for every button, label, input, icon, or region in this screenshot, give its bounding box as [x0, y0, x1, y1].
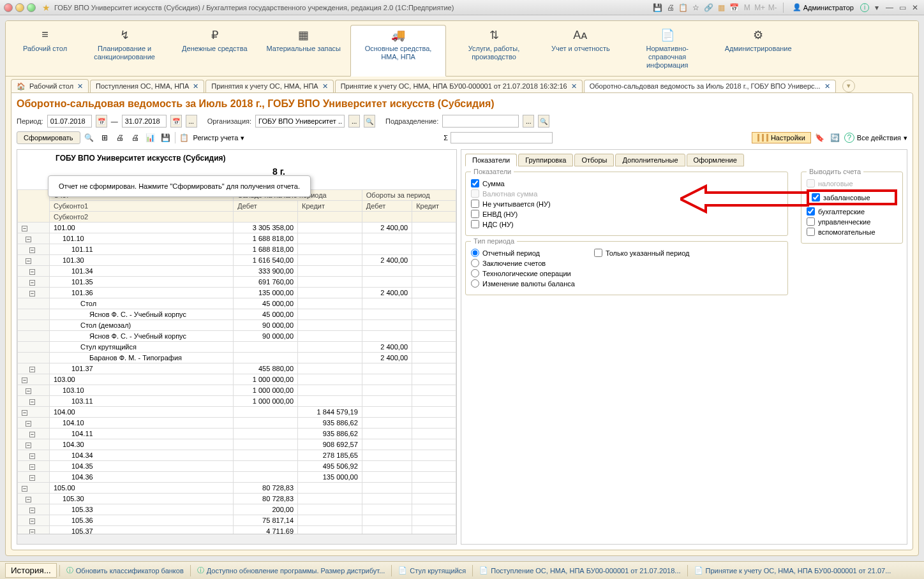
user-indicator[interactable]: 👤 Администратор — [789, 3, 858, 11]
m-minus-button[interactable]: M- — [768, 3, 778, 13]
search-icon[interactable]: 🔍 — [364, 115, 375, 128]
search-icon[interactable]: 🔍 — [538, 115, 549, 128]
table-row[interactable]: −103.101 000 000,00 — [18, 385, 456, 396]
table-row[interactable]: −101.34333 900,00 — [18, 266, 456, 277]
period-to-input[interactable] — [122, 115, 167, 128]
registry-label[interactable]: Регистр учета — [193, 134, 239, 142]
nav-admin[interactable]: ⚙Администрирование — [715, 25, 801, 76]
sb-update[interactable]: ⓘДоступно обновление программы. Размер д… — [193, 564, 389, 576]
nav-materials[interactable]: ▦Материальные запасы — [257, 25, 351, 76]
chk-nds[interactable] — [471, 220, 479, 228]
minimize-icon[interactable]: — — [884, 3, 895, 13]
table-row[interactable]: Стол (демозал)90 000,00 — [18, 320, 456, 331]
calendar-icon[interactable]: 📅 — [729, 3, 740, 13]
generate-button[interactable]: Сформировать — [17, 131, 80, 144]
table-row[interactable]: −105.3080 728,83 — [18, 494, 456, 504]
table-row[interactable]: −101.36135 000,002 400,00 — [18, 288, 456, 298]
print2-icon[interactable]: 🖨 — [129, 131, 142, 144]
table-row[interactable]: −104.35495 506,92 — [18, 461, 456, 472]
chk-sum[interactable] — [471, 179, 479, 187]
nav-money[interactable]: ₽Денежные средства — [172, 25, 257, 76]
tab-desktop[interactable]: 🏠Рабочий стол✕ — [11, 79, 89, 92]
table-row[interactable]: −101.37455 880,00 — [18, 363, 456, 374]
m-plus-button[interactable]: M+ — [755, 3, 765, 13]
table-row[interactable]: −104.10935 886,62 — [18, 418, 456, 429]
table-row[interactable]: −105.0080 728,83 — [18, 483, 456, 494]
chk-auxiliary[interactable] — [807, 228, 815, 236]
calendar-icon[interactable]: 📅 — [170, 115, 182, 128]
win-min-icon[interactable] — [15, 3, 24, 12]
tab-menu-icon[interactable]: ▾ — [842, 80, 855, 92]
radio-close[interactable] — [471, 259, 479, 267]
period-from-input[interactable] — [47, 115, 92, 128]
horizontal-scrollbar[interactable] — [17, 534, 456, 544]
table-row[interactable]: −103.111 000 000,00 — [18, 396, 456, 407]
calendar-icon[interactable]: 📅 — [96, 115, 107, 128]
chk-only-period[interactable] — [594, 249, 602, 257]
table-row[interactable]: −105.33200,00 — [18, 504, 456, 515]
tab-close-icon[interactable]: ✕ — [322, 82, 328, 91]
tab-close-icon[interactable]: ✕ — [824, 82, 830, 91]
copy-icon[interactable]: 📋 — [678, 3, 689, 13]
all-actions-button[interactable]: Все действия — [857, 134, 901, 142]
favorite-icon[interactable]: ★ — [42, 3, 50, 13]
m-button[interactable]: M — [742, 3, 752, 13]
help-icon[interactable]: ? — [844, 133, 854, 143]
table-row[interactable]: −104.36135 000,00 — [18, 472, 456, 483]
tab-acceptance-doc[interactable]: Принятие к учету ОС, НМА, НПА БУ00-00000… — [335, 80, 583, 92]
table-row[interactable]: −104.11935 886,62 — [18, 429, 456, 439]
chk-accounting[interactable] — [807, 207, 815, 216]
table-row[interactable]: Яснов Ф. С. - Учебный корпус45 000,00 — [18, 309, 456, 320]
period-picker-button[interactable]: ... — [186, 115, 197, 128]
tab-close-icon[interactable]: ✕ — [193, 82, 198, 91]
find-icon[interactable]: 🔍 — [83, 131, 96, 144]
chk-envd[interactable] — [471, 210, 479, 218]
chart-icon[interactable]: 📊 — [144, 131, 157, 144]
sb-chair[interactable]: 📄Стул крутящийся — [394, 565, 470, 576]
tab-grouping[interactable]: Группировка — [518, 154, 573, 166]
link-icon[interactable]: 🔗 — [704, 3, 714, 13]
chk-management[interactable] — [807, 217, 815, 226]
info-icon[interactable]: i — [860, 3, 869, 12]
sb-receipt[interactable]: 📄Поступление ОС, НМА, НПА БУ00-000001 от… — [475, 565, 684, 576]
table-row[interactable]: −104.34278 185,65 — [18, 450, 456, 461]
win-close-icon[interactable] — [4, 3, 13, 12]
dept-picker-button[interactable]: ... — [523, 115, 534, 128]
settings-button[interactable]: Настройки — [752, 132, 811, 143]
refresh-icon[interactable]: 🔄 — [829, 131, 842, 144]
sb-bank-classifier[interactable]: ⓘОбновить классификатор банков — [63, 564, 188, 576]
nav-desktop[interactable]: ≡Рабочий стол — [13, 25, 77, 76]
radio-report-period[interactable] — [471, 249, 479, 257]
calc-icon[interactable]: ▦ — [717, 3, 727, 13]
chk-nu[interactable] — [471, 200, 479, 208]
tab-indicators[interactable]: Показатели — [465, 154, 517, 166]
print-icon[interactable]: 🖨 — [114, 131, 126, 144]
nav-services[interactable]: ⇅Услуги, работы, производство — [446, 25, 542, 76]
nav-reference[interactable]: 📄Нормативно-справочная информация — [620, 25, 715, 76]
dropdown-icon[interactable]: ▾ — [241, 134, 244, 142]
dept-input[interactable] — [442, 115, 519, 128]
star-icon[interactable]: ☆ — [691, 3, 701, 13]
win-max-icon[interactable] — [27, 3, 36, 12]
tab-close-icon[interactable]: ✕ — [571, 82, 577, 91]
table-row[interactable]: −101.101 688 818,00 — [18, 233, 456, 244]
org-input[interactable] — [255, 115, 345, 128]
table-row[interactable]: Яснов Ф. С. - Учебный корпус90 000,00 — [18, 331, 456, 342]
nav-fixed-assets[interactable]: 🚚Основные средства, НМА, НПА — [350, 25, 446, 77]
nav-planning[interactable]: ↯Планирование и санкционирование — [77, 25, 172, 76]
restore-icon[interactable]: ▭ — [897, 3, 907, 13]
history-button[interactable]: История... — [5, 563, 57, 578]
table-row[interactable]: Стул крутящийся2 400,00 — [18, 342, 456, 353]
tab-close-icon[interactable]: ✕ — [77, 82, 83, 91]
table-row[interactable]: −104.30908 692,57 — [18, 439, 456, 450]
tab-acceptance-list[interactable]: Принятия к учету ОС, НМА, НПА✕ — [205, 80, 333, 92]
table-row[interactable]: −105.374 711,69 — [18, 526, 456, 534]
table-row[interactable]: −104.001 844 579,19 — [18, 407, 456, 418]
table-row[interactable]: −101.111 688 818,00 — [18, 244, 456, 255]
table-row[interactable]: Стол45 000,00 — [18, 298, 456, 309]
sb-acceptance[interactable]: 📄Принятие к учету ОС, НМА, НПА БУ00-0000… — [690, 565, 895, 576]
nav-accounting[interactable]: AᴀУчет и отчетность — [542, 25, 620, 76]
org-picker-button[interactable]: ... — [348, 115, 360, 128]
save-icon[interactable]: 💾 — [160, 131, 172, 144]
print-icon[interactable]: 🖨 — [666, 3, 676, 13]
